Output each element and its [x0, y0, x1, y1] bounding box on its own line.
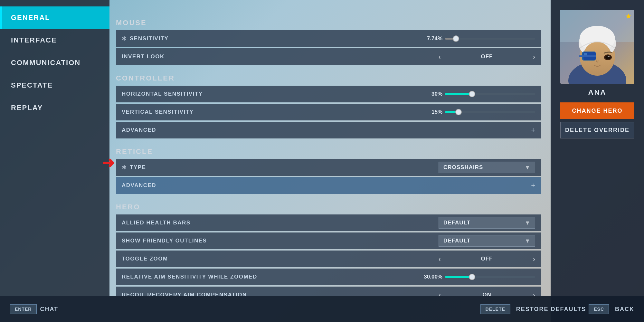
- hero-section-header: HERO: [116, 203, 541, 211]
- reticle-type-chevron-icon: ▼: [525, 164, 530, 171]
- invert-look-value: OFF: [471, 53, 503, 60]
- horizontal-value-container: 30%: [420, 91, 535, 97]
- delete-override-button[interactable]: DELETE OVERRIDE: [560, 122, 634, 138]
- sensitivity-thumb[interactable]: [453, 35, 459, 42]
- show-friendly-outlines-label: SHOW FRIENDLY OUTLINES: [122, 238, 439, 244]
- show-friendly-outlines-chevron-icon: ▼: [525, 238, 530, 244]
- reticle-advanced-plus-icon: +: [531, 181, 535, 190]
- horizontal-slider[interactable]: [445, 93, 535, 95]
- invert-look-left-arrow[interactable]: ‹: [439, 53, 441, 61]
- relative-aim-slider[interactable]: [445, 276, 535, 278]
- vertical-sensitivity-row: VERTICAL SENSITIVITY 15%: [116, 104, 541, 120]
- svg-point-13: [608, 56, 610, 57]
- sensitivity-track: [445, 38, 535, 40]
- toggle-zoom-value: OFF: [471, 256, 503, 262]
- vertical-value-container: 15%: [420, 109, 535, 115]
- recoil-recovery-label: RECOIL RECOVERY AIM COMPENSATION: [122, 292, 439, 296]
- hero-star-icon: ★: [625, 12, 632, 21]
- red-arrow-indicator: ➜: [102, 155, 115, 171]
- relative-aim-value: 30.00%: [420, 274, 442, 280]
- show-friendly-outlines-row: SHOW FRIENDLY OUTLINES DEFAULT ▼: [116, 232, 541, 249]
- reticle-type-label: TYPE: [130, 164, 439, 171]
- horizontal-fill: [445, 93, 472, 95]
- allied-health-bars-chevron-icon: ▼: [525, 220, 530, 226]
- allied-health-bars-dropdown[interactable]: DEFAULT ▼: [439, 217, 535, 229]
- horizontal-track: [445, 93, 535, 95]
- recoil-recovery-right-arrow[interactable]: ›: [533, 291, 535, 297]
- relative-aim-fill: [445, 276, 472, 278]
- mouse-section-header: MOUSE: [116, 19, 541, 27]
- relative-aim-thumb[interactable]: [469, 274, 475, 280]
- back-label[interactable]: BACK: [615, 306, 634, 313]
- invert-look-right-arrow[interactable]: ›: [533, 53, 535, 61]
- reticle-type-row: ✱ TYPE CROSSHAIRS ▼: [116, 159, 541, 176]
- recoil-recovery-control[interactable]: ‹ ON ›: [439, 291, 535, 297]
- horizontal-value: 30%: [420, 91, 442, 97]
- vertical-value: 15%: [420, 109, 442, 115]
- controller-advanced-label: ADVANCED: [122, 127, 531, 133]
- recoil-recovery-left-arrow[interactable]: ‹: [439, 291, 441, 297]
- controller-section-header: CONTROLLER: [116, 74, 541, 82]
- reticle-advanced-label: ADVANCED: [122, 182, 531, 189]
- hero-portrait: ★: [560, 10, 634, 84]
- vertical-slider[interactable]: [445, 111, 535, 113]
- sidebar-item-communication[interactable]: COMMUNICATION: [0, 52, 109, 74]
- relative-aim-row: RELATIVE AIM SENSITIVITY WHILE ZOOMED 30…: [116, 269, 541, 285]
- toggle-zoom-left-arrow[interactable]: ‹: [439, 255, 441, 263]
- allied-health-bars-label: ALLIED HEALTH BARS: [122, 220, 439, 226]
- horizontal-sensitivity-label: HORIZONTAL SENSITIVITY: [122, 91, 420, 97]
- sensitivity-slider[interactable]: [445, 38, 535, 40]
- relative-aim-value-container: 30.00%: [420, 274, 535, 280]
- enter-key-label: ENTER: [10, 304, 37, 314]
- vertical-thumb[interactable]: [455, 109, 462, 115]
- relative-aim-track: [445, 276, 535, 278]
- toggle-zoom-row: TOGGLE ZOOM ‹ OFF ›: [116, 251, 541, 267]
- change-hero-button[interactable]: CHANGE HERO: [560, 102, 634, 119]
- sensitivity-label: SENSITIVITY: [130, 35, 420, 42]
- svg-point-12: [605, 55, 611, 59]
- invert-look-row: INVERT LOOK ‹ OFF ›: [116, 48, 541, 65]
- bottom-right-controls: DELETE RESTORE DEFAULTS ESC BACK: [480, 304, 634, 314]
- sidebar-item-general[interactable]: GENERAL: [0, 6, 109, 29]
- controller-advanced-plus-icon: +: [531, 126, 535, 134]
- main-content: MOUSE ✱ SENSITIVITY 7.74% INVERT LOOK ‹ …: [116, 10, 544, 296]
- vertical-sensitivity-label: VERTICAL SENSITIVITY: [122, 109, 420, 115]
- recoil-recovery-value: ON: [471, 292, 503, 296]
- toggle-zoom-control[interactable]: ‹ OFF ›: [439, 255, 535, 263]
- sensitivity-star-icon: ✱: [122, 35, 127, 42]
- reticle-type-dropdown[interactable]: CROSSHAIRS ▼: [439, 162, 535, 173]
- sidebar-item-spectate[interactable]: SPECTATE: [0, 74, 109, 97]
- bottom-bar: ENTER CHAT DELETE RESTORE DEFAULTS ESC B…: [0, 296, 644, 322]
- horizontal-sensitivity-row: HORIZONTAL SENSITIVITY 30%: [116, 86, 541, 102]
- esc-key-label: ESC: [589, 304, 609, 314]
- reticle-type-star-icon: ✱: [122, 164, 127, 171]
- sensitivity-row: ✱ SENSITIVITY 7.74%: [116, 30, 541, 47]
- sidebar: GENERAL INTERFACE COMMUNICATION SPECTATE…: [0, 0, 109, 296]
- sensitivity-value: 7.74%: [420, 35, 442, 42]
- allied-health-bars-value: DEFAULT: [443, 220, 470, 226]
- relative-aim-label: RELATIVE AIM SENSITIVITY WHILE ZOOMED: [122, 274, 420, 280]
- reticle-advanced-row[interactable]: ADVANCED +: [116, 177, 541, 194]
- show-friendly-outlines-value: DEFAULT: [443, 238, 470, 244]
- right-panel: ★ ANA CHANGE HERO DELETE OVERRIDE: [551, 0, 644, 322]
- vertical-track: [445, 111, 535, 113]
- horizontal-thumb[interactable]: [469, 91, 475, 97]
- hero-portrait-illustration: [560, 10, 634, 84]
- sensitivity-value-container: 7.74%: [420, 35, 535, 42]
- delete-key-label: DELETE: [480, 304, 510, 314]
- allied-health-bars-row: ALLIED HEALTH BARS DEFAULT ▼: [116, 214, 541, 231]
- invert-look-toggle[interactable]: ‹ OFF ›: [439, 53, 535, 61]
- recoil-recovery-row: RECOIL RECOVERY AIM COMPENSATION ‹ ON ›: [116, 287, 541, 296]
- reticle-section-header: RETICLE: [116, 147, 541, 156]
- toggle-zoom-label: TOGGLE ZOOM: [122, 256, 439, 262]
- reticle-type-value: CROSSHAIRS: [443, 164, 483, 171]
- invert-look-label: INVERT LOOK: [122, 53, 439, 60]
- controller-advanced-row[interactable]: ADVANCED +: [116, 122, 541, 138]
- sidebar-item-interface[interactable]: INTERFACE: [0, 29, 109, 52]
- restore-defaults-label[interactable]: RESTORE DEFAULTS: [516, 306, 586, 313]
- hero-name: ANA: [588, 88, 607, 97]
- sidebar-item-replay[interactable]: REPLAY: [0, 97, 109, 119]
- chat-label: CHAT: [40, 306, 58, 313]
- toggle-zoom-right-arrow[interactable]: ›: [533, 255, 535, 263]
- show-friendly-outlines-dropdown[interactable]: DEFAULT ▼: [439, 235, 535, 247]
